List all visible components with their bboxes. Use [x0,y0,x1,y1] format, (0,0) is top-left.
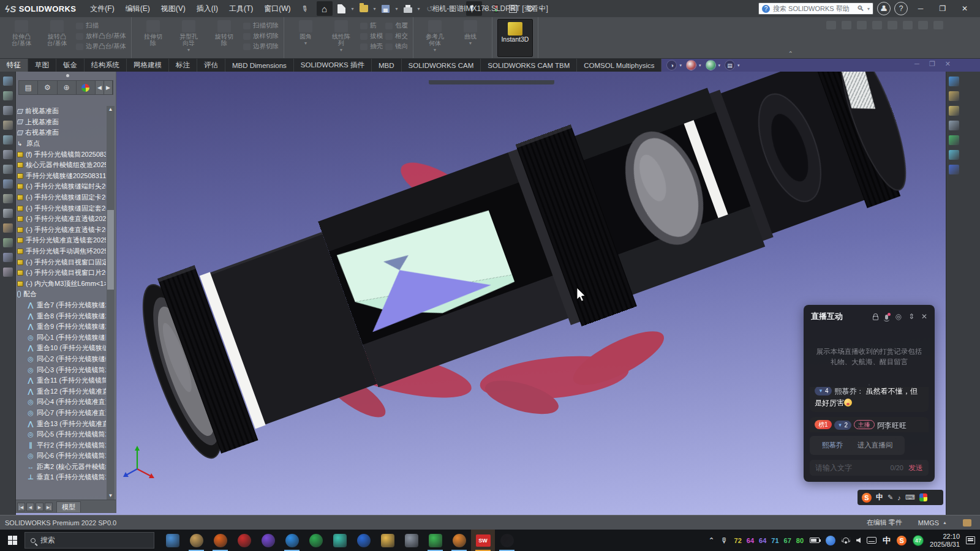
tree-item-29[interactable]: ⋀重合13 (手持分光镜准直透 [17,418,106,429]
tree-item-6[interactable]: 手持分光镜狭缝20250831171 [17,171,106,182]
tree-item-30[interactable]: ◎同心5 (手持分光镜镜筒20 [17,429,106,440]
dropdown-icon[interactable]: ▼ [339,48,343,52]
send-button[interactable]: 发送 [908,463,923,473]
action-center-icon[interactable] [966,536,975,544]
restore-button[interactable]: ❐ [933,1,952,17]
help-search-box[interactable]: ? 搜索 SOLIDWORKS 帮助 🔍︎ ▾ [758,2,873,15]
menu-0[interactable]: 文件(F) [85,0,119,17]
file-explorer-icon[interactable] [949,106,959,116]
taskbar-app-quark[interactable] [232,530,256,551]
nav-last-icon[interactable]: ▶| [45,503,53,511]
graphics-viewport[interactable]: ▤ ⚙ ⊕ ◀ ▶ 前视基准面上视基准面右视基准面↳原点(f) 手持分光镜镜筒2… [0,72,980,515]
scroll-down-icon[interactable]: ▼ [107,492,115,500]
taskbar-app-browser-orange[interactable] [447,530,471,551]
taskbar-app-paint[interactable] [184,530,208,551]
tree-item-7[interactable]: (-) 手持分光镜狭缝端封头2025 [17,181,106,192]
tree-tab-right-icon[interactable]: ▶ [104,81,113,94]
menu-4[interactable]: 工具(T) [224,0,258,17]
pattern-icon[interactable] [3,165,13,174]
custom-properties-icon[interactable] [949,150,959,160]
tree-item-4[interactable]: (f) 手持分光镜镜筒202508311 [17,149,106,160]
ribbon-button-筋[interactable]: 筋 [360,21,383,30]
nav-first-icon[interactable]: |◀ [17,503,25,511]
dropdown-icon[interactable]: ▼ [303,41,307,45]
security-app-icon[interactable] [826,536,835,545]
tray-mic-icon[interactable]: 🎙︎ [721,536,728,545]
sogou-icon[interactable]: S [862,493,872,503]
sphere-icon[interactable] [3,179,13,189]
chat-close-icon[interactable]: ✕ [921,312,927,321]
ime-mode-label[interactable]: 中 [876,492,883,503]
tab-网格建模[interactable]: 网格建模 [127,59,169,72]
sweep-icon[interactable] [3,106,13,115]
tree-item-3[interactable]: ↳原点 [17,138,106,149]
tab-特征[interactable]: 特征 [0,59,28,72]
login-user-icon[interactable]: 👤︎ [877,2,891,15]
ribbon-button-扫描[interactable]: 扫描 [76,21,126,30]
green-counter-badge[interactable]: 47 [913,535,924,546]
ime-pen-icon[interactable]: ✎ [888,493,893,501]
taskbar-app-firefox[interactable] [208,530,232,551]
ribbon-button-放样凸台/基体[interactable]: 放样凸台/基体 [76,32,126,40]
menu-1[interactable]: 编辑(E) [120,0,156,17]
tree-item-27[interactable]: ◎同心4 (手持分光镜准直透 [17,397,106,408]
tree-scrollbar[interactable]: ▲ ▼ [107,106,115,500]
ribbon-button-拉伸凸台/基体[interactable]: 拉伸凸 台/基体 [5,19,38,47]
tree-item-31[interactable]: ∥平行2 (手持分光镜镜筒20 [17,440,106,451]
mirror-icon[interactable] [3,268,13,277]
lock-icon[interactable] [873,316,878,320]
taskbar-app-monitor[interactable] [399,530,423,551]
tab-结构系统[interactable]: 结构系统 [85,59,127,72]
scroll-thumb[interactable] [107,210,114,290]
appearance-icon[interactable] [3,223,13,233]
taskbar-app-task-view[interactable] [160,530,184,551]
propertymanager-tab[interactable]: ⚙ [38,81,57,94]
taskbar-app-solidworks[interactable]: SW [471,530,495,551]
appearance-sphere-icon[interactable] [686,60,696,70]
search-icon[interactable]: 🔍︎ [857,4,864,13]
ribbon-button-镜向[interactable]: 镜向 [385,42,408,51]
design-library-icon[interactable] [949,91,959,101]
view-orientation-icon[interactable]: ◑ [666,60,677,70]
start-button[interactable] [0,530,24,551]
scene-sphere-icon[interactable] [706,60,716,70]
configurationmanager-tab[interactable]: ⊕ [58,81,77,94]
tab-SOLIDWORKS 插件[interactable]: SOLIDWORKS 插件 [294,59,372,72]
fillet-icon[interactable] [3,150,13,159]
close-button[interactable]: ✕ [956,1,974,17]
ribbon-button-异型孔向导[interactable]: 异型孔 向导▼ [172,19,205,52]
dimxpertmanager-tab[interactable] [77,81,96,94]
nav-next-icon[interactable]: ▶ [36,503,43,511]
ime-keyboard-icon[interactable]: ⌨ [905,493,915,501]
tab-MBD[interactable]: MBD [372,59,402,72]
record-icon[interactable]: ◎ [895,312,901,321]
tray-chevron-up-icon[interactable]: ⌃ [709,536,715,545]
save-button[interactable] [378,1,394,16]
taskbar-app-wechat[interactable] [423,530,447,551]
ribbon-button-边界凸台/基体[interactable]: 边界凸台/基体 [76,42,126,51]
ime-mic-icon[interactable]: ♪ [897,494,901,501]
ribbon-button-Instant3D[interactable]: Instant3D [497,19,533,57]
dropdown-icon[interactable]: ▼ [468,41,472,45]
ribbon-button-线性阵列[interactable]: 线性阵 列▼ [325,19,358,52]
status-tag-icon[interactable] [963,519,971,527]
ribbon-button-边界切除[interactable]: 边界切除 [243,42,279,51]
ribbon-button-旋转切除[interactable]: 旋转切 除 [208,19,241,47]
ribbon-button-相交[interactable]: 相交 [385,32,408,40]
ime-toolbar[interactable]: S 中 ✎ ♪ ⌨ [858,490,943,505]
taskbar-app-edge[interactable] [280,530,304,551]
tree-item-18[interactable]: ⋀重合7 (手持分光镜狭缝20 [17,300,106,311]
tree-item-22[interactable]: ⋀重合10 (手持分光镜狭缝端 [17,343,106,354]
shell-icon[interactable] [3,194,13,203]
tree-item-0[interactable]: 前视基准面 [17,106,106,117]
appearances-icon[interactable] [949,135,959,145]
help-circle-icon[interactable]: ? [894,2,908,15]
tree-item-28[interactable]: ◎同心7 (手持分光镜准直透 [17,408,106,419]
scroll-up-icon[interactable]: ▲ [107,106,115,113]
tree-item-5[interactable]: 核心元器件棱镜组改造202508 [17,160,106,171]
tree-item-2[interactable]: 右视基准面 [17,127,106,138]
tree-item-10[interactable]: (-) 手持分光镜准直透镜20250 [17,214,106,225]
doc-minimize-icon[interactable]: ─ [914,60,919,68]
tree-item-11[interactable]: (-) 手持分光镜准直透镜卡2025 [17,225,106,236]
print-button[interactable] [400,1,416,16]
